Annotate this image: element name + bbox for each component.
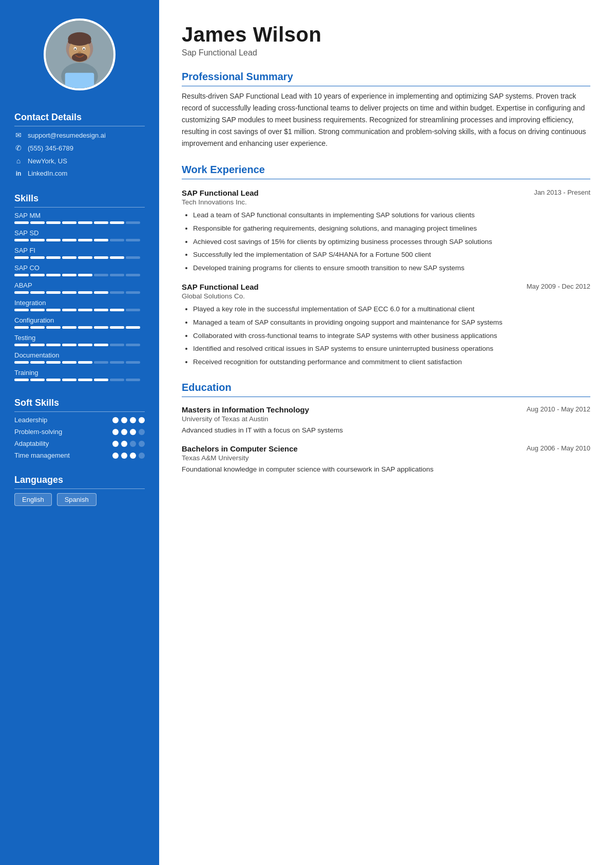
job-bullet: Played a key role in the successful impl… [193,304,590,315]
skill-segment [30,326,45,329]
edu-degree: Masters in Information Technology [182,405,309,414]
edu-degree: Bachelors in Computer Science [182,444,298,453]
skills-section: Skills SAP MMSAP SDSAP FISAP COABAPInteg… [0,193,159,386]
soft-skill-dot [121,417,127,423]
soft-skill-label: Time management [14,452,70,459]
skill-segment [94,361,108,364]
skill-label: SAP MM [14,212,145,219]
skill-segment [30,221,45,224]
avatar [44,18,116,90]
skill-segment [126,326,140,329]
skill-label: Configuration [14,316,145,324]
job-company: Tech Innovations Inc. [182,198,590,206]
skill-segment [14,379,29,381]
skill-segment [126,309,140,311]
soft-skill-item: Leadership [14,416,145,424]
skill-segment [78,221,92,224]
skill-segment [78,361,92,364]
skill-segment [94,239,108,241]
soft-skill-label: Problem-solving [14,428,62,436]
soft-skill-label: Adaptability [14,440,49,447]
language-tag: English [14,493,52,506]
soft-skill-dot [139,429,145,435]
skill-segment [78,239,92,241]
contact-section: Contact Details ✉ support@resumedesign.a… [0,112,159,182]
skill-segment [126,379,140,381]
skill-segment [62,274,76,276]
soft-skill-dots [112,453,145,459]
skill-segment [14,291,29,294]
skill-segment [30,239,45,241]
skill-segment [126,291,140,294]
job-company: Global Solutions Co. [182,292,590,300]
contact-location: ⌂ NewYork, US [14,157,145,165]
skill-segment [126,361,140,364]
skill-segment [126,256,140,259]
skill-segment [62,361,76,364]
contact-email: ✉ support@resumedesign.ai [14,131,145,139]
soft-skill-dot [121,429,127,435]
education-entry: Masters in Information TechnologyAug 201… [182,405,590,436]
skill-item: Training [14,369,145,381]
skill-bar [14,291,145,294]
job-bullet: Achieved cost savings of 15% for clients… [193,236,590,248]
skill-segment [94,326,108,329]
job-date: May 2009 - Dec 2012 [527,283,590,290]
skill-segment [30,309,45,311]
skill-segment [14,344,29,346]
skill-segment [14,361,29,364]
linkedin-icon: in [14,170,23,177]
skill-segment [94,344,108,346]
skill-segment [46,256,61,259]
skill-bar [14,379,145,381]
edu-desc: Advanced studies in IT with a focus on S… [182,425,590,436]
sidebar: Contact Details ✉ support@resumedesign.a… [0,0,159,865]
skill-item: Testing [14,334,145,346]
skill-segment [46,239,61,241]
skill-label: SAP SD [14,229,145,237]
skill-segment [94,221,108,224]
skill-label: Documentation [14,351,145,359]
edu-header: Bachelors in Computer ScienceAug 2006 - … [182,444,590,453]
skill-segment [46,309,61,311]
soft-skill-dot [139,441,145,447]
skill-segment [14,274,29,276]
work-experience-section: Work Experience SAP Functional LeadJan 2… [182,164,590,367]
job-title-name: SAP Functional Lead [182,283,259,291]
education-section: Education Masters in Information Technol… [182,382,590,475]
skill-bar [14,221,145,224]
skill-segment [62,309,76,311]
skill-segment [30,361,45,364]
skill-segment [30,379,45,381]
skill-segment [94,274,108,276]
soft-skill-dot [130,429,136,435]
job-bullets: Lead a team of SAP functional consultant… [182,210,590,273]
skill-item: Documentation [14,351,145,364]
location-icon: ⌂ [14,157,23,165]
skill-segment [78,326,92,329]
skill-bar [14,309,145,311]
edu-desc: Foundational knowledge in computer scien… [182,464,590,475]
soft-skill-item: Adaptability [14,440,145,447]
skill-segment [126,344,140,346]
svg-point-11 [78,51,81,53]
skill-segment [110,291,124,294]
person-name: James Wilson [182,23,590,46]
soft-skill-dots [112,429,145,435]
skill-item: ABAP [14,281,145,294]
skill-segment [110,326,124,329]
skill-segment [110,274,124,276]
contact-linkedin: in LinkedIn.com [14,170,145,177]
soft-skill-dot [139,453,145,459]
education-entry: Bachelors in Computer ScienceAug 2006 - … [182,444,590,475]
skill-segment [46,221,61,224]
job-entry: SAP Functional LeadMay 2009 - Dec 2012Gl… [182,283,590,367]
skill-label: Testing [14,334,145,342]
edu-date: Aug 2010 - May 2012 [527,405,590,413]
skill-segment [46,274,61,276]
skill-segment [14,326,29,329]
skill-segment [46,326,61,329]
skill-segment [126,239,140,241]
job-date: Jan 2013 - Present [534,189,590,196]
skill-segment [62,379,76,381]
